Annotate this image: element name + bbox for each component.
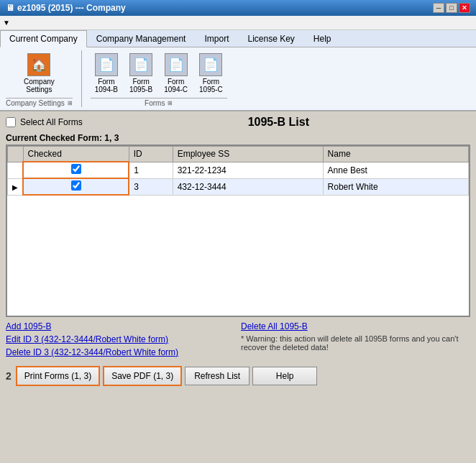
select-all-label[interactable]: Select All Forms bbox=[20, 117, 83, 127]
title-bar-controls: ─ □ ✕ bbox=[433, 3, 470, 13]
col-checked: Checked bbox=[23, 147, 129, 162]
tab-current-company[interactable]: Current Company bbox=[0, 30, 87, 47]
forms-table: Checked ID Employee SS Name 1 321-22-123… bbox=[7, 146, 469, 196]
delete-all-link[interactable]: Delete All 1095-B bbox=[241, 321, 308, 331]
page-title: 1095-B List bbox=[87, 116, 470, 129]
row-2-checkbox[interactable] bbox=[71, 180, 81, 191]
ribbon-group-company-settings: 🏠 CompanySettings Company Settings ⊞ bbox=[6, 50, 73, 107]
delete-id-link[interactable]: Delete ID 3 (432-12-3444/Robert White fo… bbox=[6, 347, 235, 357]
refresh-list-button[interactable]: Refresh List bbox=[185, 367, 250, 385]
ribbon-content: 🏠 CompanySettings Company Settings ⊞ 📄 F… bbox=[0, 47, 476, 111]
print-forms-button[interactable]: Print Forms (1, 3) bbox=[16, 366, 100, 386]
col-id: ID bbox=[129, 147, 173, 162]
table-header-row: Checked ID Employee SS Name bbox=[8, 147, 469, 162]
title-bar-left: 🖥 ez1095 (2015) --- Company bbox=[6, 3, 126, 13]
row-2-indicator bbox=[8, 178, 24, 195]
step-label: 2 bbox=[6, 370, 12, 382]
minimize-button[interactable]: ─ bbox=[433, 3, 444, 13]
row-1-name: Anne Best bbox=[323, 162, 468, 178]
row-1-id: 1 bbox=[129, 162, 173, 178]
form-1094b-icon: 📄 bbox=[95, 53, 118, 76]
checked-form-label: Current Checked Form: 1, 3 bbox=[6, 133, 470, 143]
ribbon-tabs: Current Company Company Management Impor… bbox=[0, 30, 476, 47]
close-button[interactable]: ✕ bbox=[459, 3, 470, 13]
tab-company-management[interactable]: Company Management bbox=[87, 30, 196, 47]
forms-group-items: 📄 Form1094-B 📄 Form1095-B 📄 Form1094-C 📄… bbox=[91, 50, 227, 96]
bottom-area: Add 1095-B Edit ID 3 (432-12-3444/Robert… bbox=[6, 317, 470, 362]
ribbon-item-company-settings[interactable]: 🏠 CompanySettings bbox=[19, 50, 59, 96]
group-expand-icon[interactable]: ⊞ bbox=[68, 100, 73, 106]
warning-text: * Warning: this action will delete all 1… bbox=[241, 334, 470, 352]
row-2-ss: 432-12-3444 bbox=[173, 178, 323, 195]
ribbon-item-form-1095c[interactable]: 📄 Form1095-C bbox=[195, 50, 227, 96]
quick-access-toolbar: ▼ bbox=[0, 16, 476, 30]
tab-import[interactable]: Import bbox=[195, 30, 238, 47]
row-1-checked[interactable] bbox=[23, 162, 129, 178]
table-row: 3 432-12-3444 Robert White bbox=[8, 178, 469, 195]
select-all-checkbox[interactable] bbox=[6, 117, 16, 127]
forms-group-expand-icon[interactable]: ⊞ bbox=[168, 100, 173, 106]
row-2-checked[interactable] bbox=[23, 178, 129, 195]
table-container: Checked ID Employee SS Name 1 321-22-123… bbox=[6, 145, 470, 317]
save-pdf-button[interactable]: Save PDF (1, 3) bbox=[103, 366, 182, 386]
form-1095b-icon: 📄 bbox=[129, 53, 152, 76]
title-bar: 🖥 ez1095 (2015) --- Company ─ □ ✕ bbox=[0, 0, 476, 16]
quick-access-arrow[interactable]: ▼ bbox=[3, 19, 10, 27]
row-1-checkbox[interactable] bbox=[71, 164, 81, 174]
col-employee-ss: Employee SS bbox=[173, 147, 323, 162]
row-1-ss: 321-22-1234 bbox=[173, 162, 323, 178]
form-1095c-icon: 📄 bbox=[199, 53, 222, 76]
col-indicator bbox=[8, 147, 24, 162]
main-area: Select All Forms 1095-B List Current Che… bbox=[0, 111, 476, 393]
row-2-id: 3 bbox=[129, 178, 173, 195]
add-1095b-link[interactable]: Add 1095-B bbox=[6, 321, 235, 331]
forms-group-label: Forms ⊞ bbox=[91, 98, 227, 107]
window-title: ez1095 (2015) --- Company bbox=[17, 3, 126, 13]
links-right: Delete All 1095-B * Warning: this action… bbox=[241, 321, 470, 357]
edit-id-link[interactable]: Edit ID 3 (432-12-3444/Robert White form… bbox=[6, 334, 235, 344]
select-all-row: Select All Forms 1095-B List bbox=[6, 116, 470, 129]
company-settings-group-label: Company Settings ⊞ bbox=[6, 98, 73, 107]
ribbon-separator bbox=[81, 50, 82, 107]
ribbon-item-form-1094c[interactable]: 📄 Form1094-C bbox=[160, 50, 192, 96]
maximize-button[interactable]: □ bbox=[446, 3, 457, 13]
row-2-name: Robert White bbox=[323, 178, 468, 195]
tab-license-key[interactable]: License Key bbox=[238, 30, 303, 47]
col-name: Name bbox=[323, 147, 468, 162]
tab-help[interactable]: Help bbox=[304, 30, 341, 47]
table-row: 1 321-22-1234 Anne Best bbox=[8, 162, 469, 178]
ribbon-group-items: 🏠 CompanySettings bbox=[19, 50, 59, 96]
help-button[interactable]: Help bbox=[252, 367, 317, 385]
links-left: Add 1095-B Edit ID 3 (432-12-3444/Robert… bbox=[6, 321, 235, 357]
app-icon: 🖥 bbox=[6, 3, 14, 13]
home-icon: 🏠 bbox=[27, 53, 50, 76]
ribbon-item-form-1095b[interactable]: 📄 Form1095-B bbox=[125, 50, 157, 96]
ribbon-group-forms: 📄 Form1094-B 📄 Form1095-B 📄 Form1094-C 📄… bbox=[91, 50, 227, 107]
row-1-indicator bbox=[8, 162, 24, 178]
form-1094c-icon: 📄 bbox=[165, 53, 188, 76]
ribbon-item-form-1094b[interactable]: 📄 Form1094-B bbox=[91, 50, 122, 96]
button-row: 2 Print Forms (1, 3) Save PDF (1, 3) Ref… bbox=[6, 362, 470, 389]
